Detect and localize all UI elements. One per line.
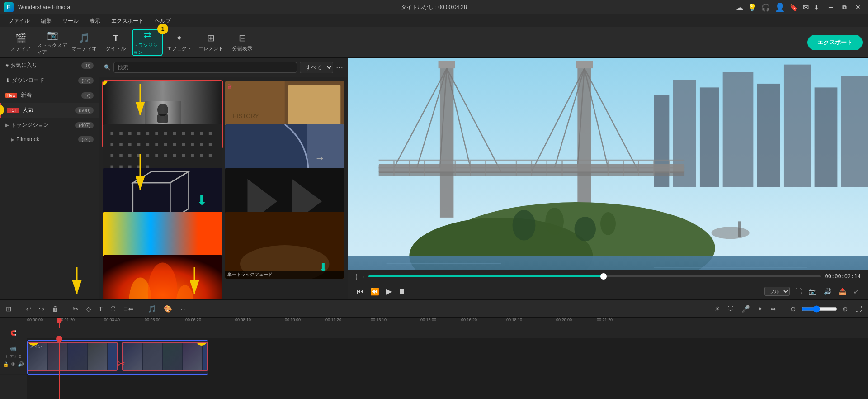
toolbar-split[interactable]: ⊟ 分割表示 (227, 29, 258, 56)
svg-rect-35 (137, 154, 141, 157)
sidebar-item-download[interactable]: ⬇ ダウンロード (27) (0, 73, 99, 88)
text-button[interactable]: T (96, 304, 105, 314)
timeline-scrubber[interactable] (368, 276, 820, 277)
motion-button[interactable]: ↔ (177, 304, 189, 314)
play-button[interactable]: ▶ (384, 285, 393, 298)
menu-tools[interactable]: ツール (58, 16, 83, 26)
toolbar-effect[interactable]: ✦ エフェクト (164, 29, 194, 56)
link-button[interactable]: ⇔ (768, 304, 778, 314)
ai-button[interactable]: ✦ (755, 304, 765, 314)
main-content: ♥ お気に入り (0) ⬇ ダウンロード (27) New 新着 (7) HOT… (0, 58, 868, 299)
grid-options-button[interactable]: ⋯ (336, 63, 343, 72)
avatar-icon[interactable]: 👤 (775, 2, 785, 12)
audio-icon: 🎵 (79, 33, 90, 43)
bulb-icon[interactable]: 💡 (748, 3, 757, 12)
volume-button[interactable]: 🔊 (822, 287, 833, 296)
sidebar-item-new[interactable]: New 新着 (7) (0, 88, 99, 103)
expand-button[interactable]: ⤢ (852, 287, 861, 296)
sidebar-item-popular[interactable]: HOT 人気 (500) 2 (0, 103, 99, 118)
svg-rect-21 (119, 143, 123, 146)
video-clip-1[interactable]: メイン 4 (27, 342, 118, 371)
video-clip-2[interactable]: 5 (122, 342, 208, 371)
delete-button[interactable]: 🗑 (50, 304, 61, 314)
minimize-button[interactable]: ─ (825, 1, 837, 14)
redo-button[interactable]: ↪ (37, 304, 47, 314)
stop-button[interactable]: ⏹ (397, 286, 407, 297)
zoom-in-button[interactable]: ⊕ (840, 304, 850, 314)
app-logo: F (4, 2, 14, 12)
track-vol-icon[interactable]: 🔊 (18, 361, 24, 367)
fullscreen-timeline-button[interactable]: ⛶ (853, 304, 864, 314)
toolbar-title[interactable]: T タイトル (100, 29, 131, 56)
app-name: Wondershare Filmora (18, 4, 70, 10)
restore-button[interactable]: ⧉ (838, 1, 851, 14)
mail-icon[interactable]: ✉ (803, 3, 809, 12)
mic-button[interactable]: 🎤 (739, 304, 752, 314)
svg-rect-37 (155, 154, 158, 157)
toolbar-element[interactable]: ⊞ エレメント (195, 29, 226, 56)
filter-select[interactable]: すべて (300, 62, 333, 73)
transition-item-transition06[interactable]: トランジション06 (103, 255, 222, 299)
toolbar-audio[interactable]: 🎵 オーディオ (69, 29, 99, 56)
svg-rect-27 (173, 143, 176, 146)
effect-icon: ✦ (175, 33, 183, 43)
zoom-slider[interactable] (801, 305, 837, 313)
close-button[interactable]: ✕ (852, 1, 864, 14)
split-icon: ⊟ (239, 33, 246, 43)
track-lock-icon[interactable]: 🔒 (3, 361, 9, 367)
svg-rect-28 (182, 143, 185, 146)
audio-waves-button[interactable]: 🎵 (146, 304, 159, 314)
toolbar-media[interactable]: 🎬 メディア (5, 29, 36, 56)
skip-back-button[interactable]: ⏮ (355, 286, 365, 297)
svg-rect-13 (155, 132, 158, 135)
screenshot-button[interactable]: 📷 (807, 287, 818, 296)
mask-button[interactable]: 🛡 (725, 304, 736, 314)
menu-export[interactable]: エクスポート (107, 16, 148, 26)
bookmark-icon[interactable]: 🔖 (789, 3, 798, 12)
svg-rect-12 (146, 132, 150, 135)
search-input[interactable] (113, 62, 297, 73)
svg-rect-127 (738, 221, 741, 237)
align-button[interactable]: ≡⇔ (122, 304, 136, 314)
export-button[interactable]: エクスポート (807, 35, 863, 50)
cut-button[interactable]: ✂ (71, 304, 81, 314)
menu-bar: ファイル 編集 ツール 表示 エクスポート ヘルプ (0, 14, 868, 27)
scrubber-thumb[interactable] (600, 273, 607, 280)
favorites-icon: ♥ (5, 62, 9, 69)
color-button[interactable]: 🎨 (161, 304, 175, 314)
track-area: ✂ メイン 4 (27, 328, 868, 399)
menu-view[interactable]: 表示 (85, 16, 105, 26)
headset-icon[interactable]: 🎧 (761, 3, 770, 12)
toolbar-transition[interactable]: ⇄ トランジション 1 (132, 29, 163, 56)
scene-detect-button[interactable]: ⊞ (4, 304, 14, 314)
transition-item-singletrack[interactable]: ⬇ 単一トラックフェード (225, 212, 344, 279)
new-badge: New (5, 93, 17, 98)
step-back-button[interactable]: ⏪ (369, 286, 381, 297)
svg-rect-29 (191, 143, 194, 146)
sidebar-item-transition[interactable]: ▶ トランジション (407) (0, 118, 99, 133)
track-label-video2: 📹 ビデオ 2 🔒 👁 🔊 (0, 338, 27, 375)
svg-rect-17 (191, 132, 194, 135)
cloud-icon[interactable]: ☁ (736, 3, 743, 12)
menu-file[interactable]: ファイル (4, 16, 34, 26)
menu-edit[interactable]: 編集 (36, 16, 56, 26)
snap-button[interactable]: 🧲 (8, 329, 19, 337)
svg-rect-9 (119, 132, 123, 135)
toolbar-stock[interactable]: 📷 ストックメディア (37, 29, 68, 56)
sidebar-item-favorites[interactable]: ♥ お気に入り (0) (0, 58, 99, 73)
favorites-label: お気に入り (10, 62, 38, 69)
track-eye-icon[interactable]: 👁 (11, 361, 16, 367)
sidebar-item-filmstock[interactable]: ▶ Filmstock (24) (0, 133, 99, 146)
output-button[interactable]: 📤 (837, 287, 848, 296)
element-icon: ⊞ (207, 33, 215, 43)
video-preview (348, 58, 868, 270)
undo-button[interactable]: ↩ (24, 304, 34, 314)
filmstock-label: Filmstock (16, 136, 39, 142)
bezier-button[interactable]: ◇ (84, 304, 94, 314)
zoom-out-button[interactable]: ⊖ (788, 304, 798, 314)
brightness-button[interactable]: ☀ (712, 304, 722, 314)
download-icon[interactable]: ⬇ (813, 3, 819, 12)
fullscreen-button[interactable]: ⛶ (793, 287, 803, 296)
quality-select[interactable]: フル (764, 287, 790, 296)
duration-button[interactable]: ⏱ (108, 304, 119, 314)
